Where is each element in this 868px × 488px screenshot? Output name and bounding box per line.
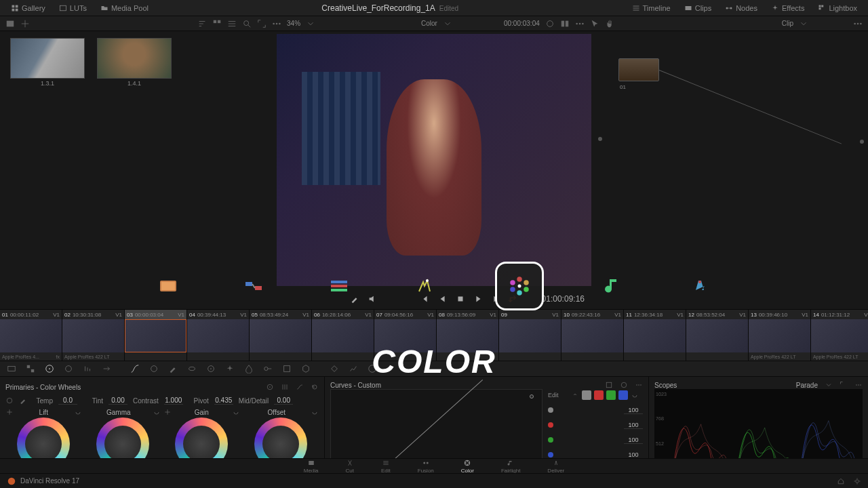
mediapool-tab[interactable]: Media Pool — [95, 2, 154, 14]
first-frame-icon[interactable] — [420, 294, 430, 304]
clip-thumb[interactable]: 09V1 — [499, 310, 561, 361]
wheel-mode-icon[interactable] — [266, 383, 274, 391]
last-frame-icon[interactable] — [491, 294, 500, 304]
reset-icon[interactable] — [631, 391, 639, 399]
zoom-level[interactable]: 34% — [287, 20, 300, 27]
prev-icon[interactable] — [438, 294, 448, 304]
channel-y[interactable] — [582, 390, 591, 400]
reset-icon[interactable] — [311, 383, 319, 391]
nav-fusion[interactable]: Fusion — [418, 459, 434, 474]
window-icon[interactable] — [187, 364, 197, 373]
mid-value[interactable]: 0.00 — [274, 396, 293, 405]
options-icon[interactable] — [272, 19, 281, 28]
bars-mode-icon[interactable] — [281, 383, 289, 391]
clip-thumb[interactable]: 0508:53:49:24V1 — [250, 310, 312, 361]
curves-icon[interactable] — [130, 364, 140, 373]
stop-icon[interactable] — [456, 294, 465, 304]
play-icon[interactable] — [473, 294, 483, 304]
viewer[interactable] — [277, 34, 591, 286]
magic-mask-icon[interactable] — [225, 364, 235, 373]
luts-tab[interactable]: LUTs — [54, 2, 92, 14]
timeline-tab[interactable]: Timeline — [627, 2, 676, 14]
clip-thumb[interactable]: 0100:00:11:02V1Apple ProRes 4...fx — [0, 310, 62, 361]
rgb-mixer-icon[interactable] — [83, 364, 92, 373]
warper-icon[interactable] — [149, 364, 159, 373]
link-icon[interactable] — [571, 391, 579, 399]
list-icon[interactable] — [227, 19, 237, 28]
scopes-mode[interactable]: Parade — [796, 382, 818, 389]
3d-icon[interactable] — [301, 364, 311, 373]
tracker-icon[interactable] — [206, 364, 216, 373]
picker-icon[interactable] — [19, 396, 27, 405]
options-icon[interactable] — [854, 381, 863, 389]
key-icon[interactable] — [263, 364, 273, 373]
grab-still-icon[interactable] — [20, 19, 30, 28]
node-graph[interactable]: 01 — [591, 31, 868, 309]
clip-thumb[interactable]: 0400:39:44:13V1 — [187, 310, 250, 361]
log-mode-icon[interactable] — [296, 383, 304, 391]
nav-edit[interactable]: Edit — [381, 459, 391, 474]
pivot-value[interactable]: 0.435 — [214, 396, 233, 405]
options2-icon[interactable] — [575, 19, 585, 28]
nav-color[interactable]: Color — [461, 459, 474, 474]
hdr-icon[interactable] — [64, 364, 73, 373]
chevron-down-icon[interactable] — [443, 19, 452, 28]
mute-icon[interactable] — [368, 294, 377, 304]
loop-icon[interactable] — [509, 294, 518, 304]
clip-thumb[interactable]: 0809:13:56:09V1 — [437, 310, 499, 361]
bypass-icon[interactable] — [545, 19, 555, 28]
wheels-icon[interactable] — [45, 364, 54, 373]
nav-deliver[interactable]: Deliver — [547, 459, 564, 474]
clip-thumb[interactable]: 0616:28:14:06V1 — [312, 310, 374, 361]
channel-g[interactable] — [606, 390, 616, 400]
sort-icon[interactable] — [197, 19, 207, 28]
temp-value[interactable]: 0.0 — [58, 396, 77, 405]
info-icon[interactable] — [368, 364, 377, 373]
split-icon[interactable] — [560, 19, 570, 28]
contrast-value[interactable]: 1.000 — [164, 396, 183, 405]
keyframe-icon[interactable] — [330, 364, 339, 373]
scopes-toggle-icon[interactable] — [349, 364, 358, 373]
clip-thumb[interactable]: 1208:53:52:04V1 — [686, 310, 749, 361]
clip-thumb[interactable]: 0300:00:03:04V1 — [125, 310, 187, 361]
clip-thumb[interactable]: 1112:36:34:18V1 — [624, 310, 686, 361]
camera-raw-icon[interactable] — [7, 364, 16, 373]
options3-icon[interactable] — [853, 19, 863, 28]
nav-cut[interactable]: Cut — [346, 459, 354, 474]
expand-icon[interactable] — [257, 19, 267, 28]
picker-icon[interactable] — [350, 294, 359, 304]
blur-icon[interactable] — [244, 364, 254, 373]
clip-thumb[interactable]: 1009:22:43:16V1 — [561, 310, 624, 361]
clip-thumb[interactable]: 0210:30:31:08V1Apple ProRes 422 LT — [62, 310, 125, 361]
home-icon[interactable] — [837, 477, 845, 485]
nav-fairlight[interactable]: Fairlight — [501, 459, 520, 474]
chevron-down-icon[interactable] — [799, 19, 808, 28]
motion-icon[interactable] — [102, 364, 111, 373]
nodes-tab[interactable]: Nodes — [719, 2, 763, 14]
still-thumb[interactable]: 1.3.1 — [7, 38, 88, 87]
effects-tab[interactable]: Effects — [766, 2, 810, 14]
page-mode[interactable]: Color — [421, 20, 437, 27]
clip-timeline[interactable]: 0100:00:11:02V1Apple ProRes 4...fx0210:3… — [0, 309, 868, 361]
mode2-icon[interactable] — [620, 381, 628, 389]
chevron-down-icon[interactable] — [306, 19, 315, 28]
tint-value[interactable]: 0.00 — [108, 396, 127, 405]
expand-icon[interactable] — [840, 381, 848, 389]
options-icon[interactable] — [635, 381, 643, 389]
gear-icon[interactable] — [853, 477, 861, 485]
nav-media[interactable]: Media — [304, 459, 319, 474]
qualifier-icon[interactable] — [168, 364, 178, 373]
color-match-icon[interactable] — [26, 364, 35, 373]
still-thumb[interactable]: 1.4.1 — [94, 38, 175, 87]
node[interactable] — [618, 58, 659, 81]
sizing-icon[interactable] — [282, 364, 292, 373]
clip-thumb[interactable]: 1300:39:46:10V1Apple ProRes 422 LT — [749, 310, 811, 361]
chevron-down-icon[interactable] — [825, 381, 833, 389]
mode1-icon[interactable] — [605, 381, 613, 389]
clip-thumb[interactable]: 1401:12:31:12V1Apple ProRes 422 LT — [811, 310, 868, 361]
stills-icon[interactable] — [5, 19, 15, 28]
clip-thumb[interactable]: 0709:04:56:16V1 — [374, 310, 437, 361]
pointer-icon[interactable] — [590, 19, 599, 28]
search-icon[interactable] — [242, 19, 252, 28]
clips-tab[interactable]: Clips — [679, 2, 717, 14]
